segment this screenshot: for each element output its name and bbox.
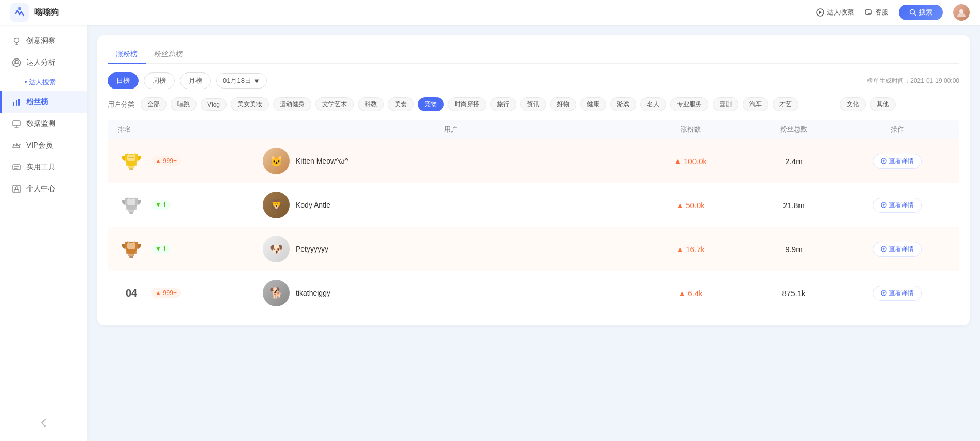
header-left: 嗡嗡狗 (10, 3, 59, 22)
date-picker[interactable]: 01月18日 ▼ (216, 73, 267, 89)
talent-collect-link[interactable]: 达人收藏 (816, 8, 854, 17)
cat-art[interactable]: 文学艺术 (315, 97, 354, 111)
monitor-icon (12, 119, 21, 128)
username-1: Kitten Meow^ω^ (296, 157, 348, 165)
table-row: 04 ▲ 999+ 🐕 tikatheiggy (108, 271, 959, 315)
filter-monthly[interactable]: 月榜 (180, 72, 211, 89)
sidebar-item-tools[interactable]: 实用工具 (0, 156, 87, 178)
svg-point-6 (959, 9, 963, 13)
rank-change-value-1: 999+ (163, 157, 177, 165)
rank-change-3: ▼ 1 (151, 244, 171, 254)
filter-daily[interactable]: 日榜 (108, 72, 139, 89)
customer-service-link[interactable]: 客服 (864, 8, 888, 17)
filter-weekly[interactable]: 周榜 (144, 72, 175, 89)
cat-comedy[interactable]: 喜剧 (713, 97, 738, 111)
sidebar-item-fans[interactable]: 粉丝榜 (0, 91, 87, 113)
person-icon (12, 58, 21, 67)
fans-growth-value-1: ▲ 100.0k (674, 157, 707, 166)
table-row: ▼ 1 🦁 Kody Antle ▲ 50.0k 21.8m (108, 183, 959, 227)
cat-goods[interactable]: 好物 (550, 97, 576, 111)
cat-other[interactable]: 其他 (870, 97, 896, 111)
svg-rect-13 (13, 121, 20, 126)
rank-change-value-3: 1 (163, 245, 167, 253)
action-cell-1: 查看详情 (846, 154, 949, 169)
app-container: 嗡嗡狗 达人收藏 客服 搜索 (0, 0, 980, 441)
svg-rect-12 (18, 99, 20, 106)
sidebar-item-vip[interactable]: VIP会员 (0, 135, 87, 156)
avatar-icon (956, 7, 967, 18)
sidebar-label-creative: 创意洞察 (26, 36, 55, 46)
cat-game[interactable]: 游戏 (610, 97, 636, 111)
sidebar-label-profile: 个人中心 (26, 184, 55, 194)
cat-talent[interactable]: 才艺 (773, 97, 798, 111)
sidebar-item-creative[interactable]: 创意洞察 (0, 30, 87, 52)
fans-total-2: 21.8m (742, 201, 846, 210)
cat-fitness[interactable]: 运动健身 (273, 97, 311, 111)
sidebar-item-profile[interactable]: 个人中心 (0, 178, 87, 200)
detail-button-1[interactable]: 查看详情 (873, 154, 922, 169)
user-avatar[interactable] (953, 4, 970, 21)
cat-food[interactable]: 美食 (388, 97, 414, 111)
action-cell-4: 查看详情 (846, 286, 949, 301)
generate-time: 榜单生成时间：2021-01-19 00:00 (867, 77, 959, 85)
crown-icon (12, 141, 21, 150)
sidebar: 创意洞察 达人分析 达人搜索 粉丝榜 数据 (0, 25, 87, 441)
cat-science[interactable]: 科教 (358, 97, 384, 111)
table-row: ▼ 1 🐶 Petyyyyyy ▲ 16.7k 9.9m (108, 227, 959, 271)
fans-growth-value-3: ▲ 16.7k (676, 245, 705, 254)
tab-rising[interactable]: 涨粉榜 (108, 46, 146, 64)
col-user: 用户 (263, 125, 639, 134)
col-total: 粉丝总数 (742, 125, 846, 134)
cat-culture[interactable]: 文化 (840, 97, 866, 111)
tool-icon (12, 163, 21, 172)
sidebar-item-data-monitor[interactable]: 数据监测 (0, 113, 87, 135)
detail-button-4[interactable]: 查看详情 (873, 286, 922, 301)
detail-button-2[interactable]: 查看详情 (873, 198, 922, 213)
svg-rect-31 (127, 243, 135, 249)
rank-change-2: ▼ 1 (151, 200, 171, 210)
sidebar-collapse-button[interactable] (38, 418, 49, 431)
svg-rect-0 (10, 3, 29, 22)
main-card: 涨粉榜 粉丝总榜 日榜 周榜 月榜 01月18日 ▼ 榜单生成时间：2021-0… (97, 35, 970, 325)
rank-cell-1: ▲ 999+ (118, 148, 263, 174)
detail-button-3[interactable]: 查看详情 (873, 242, 922, 257)
search-button[interactable]: 搜索 (899, 5, 943, 20)
col-growth: 涨粉数 (639, 125, 742, 134)
table-body: ▲ 999+ 🐱 Kitten Meow^ω^ ▲ 100.0k (108, 139, 959, 315)
rank-badge-1: ▲ 999+ (151, 156, 181, 166)
user-cell-2: 🦁 Kody Antle (263, 192, 639, 218)
bulb-icon (12, 36, 21, 46)
fans-growth-1: ▲ 100.0k (639, 157, 742, 166)
sidebar-item-talent[interactable]: 达人分析 (0, 52, 87, 74)
tab-total[interactable]: 粉丝总榜 (146, 46, 191, 64)
user-cell-4: 🐕 tikatheiggy (263, 280, 639, 306)
fans-total-1: 2.4m (742, 157, 846, 166)
svg-rect-10 (13, 102, 14, 106)
category-row: 用户分类 全部 唱跳 Vlog 美女美妆 运动健身 文学艺术 科教 美食 宠物 … (108, 97, 959, 111)
cat-travel[interactable]: 旅行 (490, 97, 516, 111)
user-avatar-3: 🐶 (263, 236, 290, 262)
date-value: 01月18日 (223, 76, 251, 85)
rank-badge-2: ▼ 1 (151, 200, 171, 210)
sidebar-label-data-monitor: 数据监测 (26, 119, 55, 128)
cat-fashion[interactable]: 时尚穿搭 (448, 97, 486, 111)
cat-pet[interactable]: 宠物 (418, 97, 444, 111)
sidebar-sub-talent-search[interactable]: 达人搜索 (0, 74, 87, 91)
rank-badge-4: ▲ 999+ (151, 288, 181, 298)
cat-news[interactable]: 资讯 (520, 97, 546, 111)
fans-growth-value-2: ▲ 50.0k (676, 201, 705, 210)
fans-icon (12, 97, 21, 107)
detail-label-1: 查看详情 (889, 157, 914, 166)
cat-vlog[interactable]: Vlog (201, 98, 227, 111)
cat-beauty[interactable]: 美女美妆 (231, 97, 269, 111)
cat-health[interactable]: 健康 (580, 97, 606, 111)
cat-celeb[interactable]: 名人 (640, 97, 666, 111)
cat-service[interactable]: 专业服务 (670, 97, 708, 111)
svg-rect-26 (127, 199, 135, 205)
svg-rect-29 (128, 254, 134, 256)
cat-all[interactable]: 全部 (141, 97, 167, 111)
tab-bar: 涨粉榜 粉丝总榜 (108, 46, 959, 64)
cat-auto[interactable]: 汽车 (743, 97, 768, 111)
detail-label-3: 查看详情 (889, 245, 914, 254)
cat-dance[interactable]: 唱跳 (171, 97, 197, 111)
